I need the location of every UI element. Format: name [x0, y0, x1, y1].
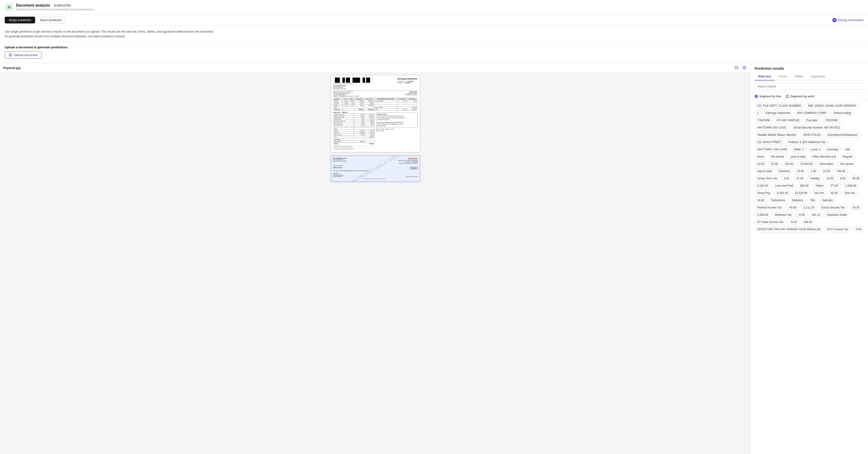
pred-tab-tables[interactable]: Tables	[790, 73, 807, 80]
tag-item[interactable]: 10.00	[754, 161, 767, 167]
tag-item[interactable]: 15.00	[820, 168, 833, 174]
tags-area: CO. FILE DEPT. CLOCK NUMBERABC 126543 12…	[751, 100, 868, 454]
tag-item[interactable]: 80.00	[850, 176, 862, 181]
tag-item[interactable]: 101 MAIN STREET	[754, 139, 784, 145]
pred-tab-rawtext[interactable]: Raw text	[754, 73, 775, 80]
tag-item[interactable]: Regular	[840, 154, 855, 160]
tag-item[interactable]: EFFECTIVE THIS PAY PERIOD YOUR REGULAR	[754, 227, 823, 232]
tag-item[interactable]: -8.43	[787, 219, 799, 225]
tag-item[interactable]: Earnings	[825, 147, 841, 152]
pred-tab-forms[interactable]: Forms	[775, 73, 790, 80]
tag-item[interactable]: total to date	[754, 168, 775, 174]
tab-single-prediction[interactable]: Single prediction	[5, 17, 35, 24]
tag-item[interactable]: this period	[838, 161, 856, 167]
zoom-in-button[interactable]	[742, 65, 747, 70]
tag-item[interactable]: Federal: 3. $25 Additional Tax	[786, 139, 828, 145]
tag-item[interactable]: 780.00	[834, 168, 848, 174]
zoom-out-button[interactable]	[734, 65, 739, 70]
tag-item[interactable]: JOHN STILES	[800, 132, 823, 138]
tag-item[interactable]: -40.60	[786, 205, 799, 210]
doc-scroll[interactable]: ▐█▌▐▌█▌▐██▌▐▌█▌ ABC 126543 123456 12345 …	[0, 73, 751, 454]
tag-item[interactable]: hours	[754, 154, 767, 160]
tag-item[interactable]: Local: 2	[808, 147, 823, 152]
tag-item[interactable]: Gross Pay	[754, 190, 773, 196]
tag-item[interactable]: ANYTOWN USA 10101	[754, 125, 789, 131]
tag-item[interactable]: Important Notes	[825, 212, 849, 218]
tag-item[interactable]: 840.00	[798, 183, 811, 189]
tag-item[interactable]: $ 452.43	[775, 190, 790, 196]
tag-item[interactable]: 32.00	[768, 161, 781, 167]
tag-item[interactable]: -6.56	[796, 212, 807, 218]
tag-item[interactable]: CO. FILE DEPT. CLOCK NUMBER	[754, 103, 804, 109]
tag-item[interactable]: Overtime	[776, 168, 793, 174]
tab-batch-prediction[interactable]: Batch prediction	[36, 17, 66, 24]
tag-item[interactable]: 438.36	[801, 219, 815, 225]
tag-item[interactable]: 7/18/2008	[754, 117, 772, 123]
tag-item[interactable]: ANYTOWN, USA 12345	[754, 147, 790, 152]
tag-item[interactable]: Exemptions/Allowances:	[825, 132, 861, 138]
tag-item[interactable]: NYC Income Tax	[825, 227, 851, 232]
tag-item[interactable]: 8.00	[838, 176, 848, 181]
tag-item[interactable]: 4,160.00	[754, 183, 771, 189]
tag-item[interactable]: this period	[768, 154, 786, 160]
tag-item[interactable]: -5.94	[852, 227, 864, 232]
app-subtitle: Analyze documents and forms for relation…	[16, 8, 94, 11]
tag-item[interactable]: Federal Income Tax	[754, 205, 784, 210]
tag-item[interactable]: 27.00	[794, 176, 806, 181]
tag-item[interactable]: 475 ANY AVENUE	[774, 117, 802, 123]
tag-item[interactable]: Group Term Life	[754, 176, 780, 181]
tag-item[interactable]: 1,458.60	[754, 212, 771, 218]
tag-item[interactable]: Medicare Tax	[772, 212, 794, 218]
tag-item[interactable]: Period ending:	[831, 110, 854, 116]
tag-item[interactable]: Holiday	[808, 176, 822, 181]
tag-item[interactable]: Earnings Statement	[763, 110, 793, 116]
tag-item[interactable]: 40.00	[828, 190, 840, 196]
tag-item[interactable]: -28.05	[849, 205, 862, 210]
tag-item[interactable]: ABC 126543 123456 12345 00000000	[805, 103, 858, 109]
tag-item[interactable]: 37.43*	[828, 183, 841, 189]
tag-item[interactable]: Loan Amt Paid	[772, 183, 796, 189]
segment-by-word-option[interactable]: Segment by word	[786, 94, 814, 98]
tag-item[interactable]: Operator	[819, 197, 835, 203]
tag-item[interactable]: 2,111.20	[801, 205, 817, 210]
upload-label: Upload a document to generate prediction…	[5, 46, 863, 49]
tag-item[interactable]: Vac Hrs	[811, 190, 827, 196]
segment-by-word-radio[interactable]	[786, 95, 789, 98]
tag-item[interactable]: Social Security Tax	[818, 205, 847, 210]
tag-item[interactable]: Information	[817, 161, 836, 167]
tag-item[interactable]: 1.00	[808, 168, 818, 174]
tag-item[interactable]: 1,946.80	[843, 183, 859, 189]
tag-item[interactable]: 16.00	[754, 197, 767, 203]
tag-item[interactable]: year to date	[788, 154, 808, 160]
important-notes: Important Notes EFFECTIVE THIS PAY PERIO…	[376, 113, 417, 128]
tag-item[interactable]: Pay date:	[804, 117, 821, 123]
tag-item[interactable]: Sick Hrs	[842, 190, 858, 196]
tag-item[interactable]: 0.51	[781, 176, 792, 181]
segment-by-line-radio[interactable]	[754, 95, 758, 98]
tag-item[interactable]: State: 2	[792, 147, 806, 152]
tag-item[interactable]: 10.00	[824, 176, 836, 181]
tag-item[interactable]: Statutory	[789, 197, 806, 203]
tag-item[interactable]: 320.00	[782, 161, 796, 167]
tag-item[interactable]: rate	[842, 147, 852, 152]
tag-item[interactable]: 1	[754, 110, 762, 116]
tag-item[interactable]: Taxable Marital Status: Married	[754, 132, 798, 138]
tag-item[interactable]: Deductions	[768, 197, 787, 203]
tag-item[interactable]: 15.00	[794, 168, 806, 174]
pred-tab-signatures[interactable]: Signatures	[807, 73, 829, 80]
segment-by-word-label: Segment by word	[790, 94, 814, 98]
search-input[interactable]	[754, 83, 864, 90]
tag-item[interactable]: Tuition	[813, 183, 826, 189]
tag-item[interactable]: ANY COMPANY CORP.	[795, 110, 829, 116]
tag-item[interactable]: 341.12	[809, 212, 823, 218]
pricing-link[interactable]: S Pricing Information	[832, 18, 863, 22]
tag-item[interactable]: NY State Income Tax	[754, 219, 786, 225]
upload-button[interactable]: Upload document	[5, 51, 42, 59]
tag-item[interactable]: 16,640.00	[798, 161, 815, 167]
tag-item[interactable]: 23,526.80	[792, 190, 810, 196]
tag-item[interactable]: 7/25/2008	[822, 117, 840, 123]
tag-item[interactable]: Title	[807, 197, 817, 203]
tag-item[interactable]: Other Benefits and	[810, 154, 838, 160]
segment-by-line-option[interactable]: Segment by line	[754, 94, 781, 98]
tag-item[interactable]: Social Security Number: 987-65-4321	[790, 125, 843, 131]
